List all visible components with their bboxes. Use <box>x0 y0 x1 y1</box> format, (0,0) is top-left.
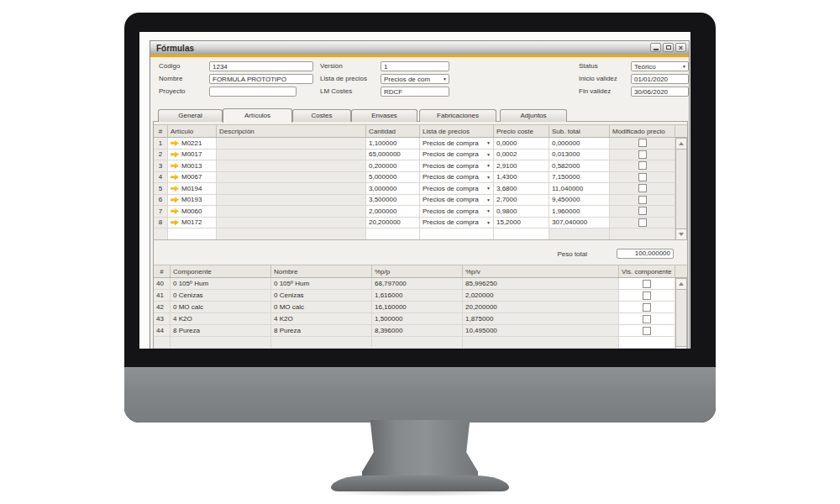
lista-precios-cell[interactable]: Precios de compra▼ <box>420 195 494 206</box>
pp-cell[interactable]: 68,797000 <box>372 278 463 289</box>
lista-precios-cell[interactable]: Precios de compra▼ <box>420 150 494 160</box>
scroll-up-button[interactable] <box>676 279 686 289</box>
precio-coste-cell[interactable]: 0,9800 <box>494 206 549 217</box>
chevron-down-icon[interactable]: ▼ <box>486 186 491 191</box>
chevron-down-icon[interactable]: ▼ <box>486 140 491 145</box>
nombre-cell[interactable]: 4 K2O <box>271 313 372 324</box>
pp-cell[interactable]: 1,500000 <box>372 313 463 324</box>
vis-componente-checkbox[interactable] <box>643 315 651 323</box>
chevron-down-icon[interactable]: ▼ <box>486 220 491 225</box>
pv-cell[interactable]: 10,495000 <box>463 325 619 336</box>
articles-table-scrollbar[interactable] <box>675 138 687 240</box>
pp-cell[interactable]: 1,616000 <box>372 290 463 301</box>
components-table-scrollbar[interactable] <box>675 278 687 349</box>
nombre-cell[interactable]: 8 Pureza <box>271 325 372 336</box>
status-dropdown[interactable]: Teórico ▼ <box>631 61 689 71</box>
chevron-down-icon[interactable]: ▼ <box>486 163 491 168</box>
articulo-cell[interactable]: M0172 <box>168 218 217 228</box>
modificado-precio-checkbox[interactable] <box>638 218 647 227</box>
articulo-cell[interactable]: M0060 <box>168 206 217 217</box>
cantidad-cell[interactable] <box>366 228 420 239</box>
articulo-cell[interactable]: M0221 <box>168 138 217 149</box>
link-arrow-icon[interactable] <box>171 186 179 192</box>
chevron-down-icon[interactable]: ▼ <box>486 197 491 202</box>
lista-precios-cell[interactable]: Precios de compra▼ <box>420 172 494 183</box>
chevron-down-icon[interactable]: ▼ <box>486 152 491 157</box>
minimize-button[interactable] <box>650 43 661 52</box>
scrollbar-thumb[interactable] <box>676 289 686 347</box>
codigo-input[interactable] <box>209 61 313 71</box>
componente-cell[interactable]: 8 Pureza <box>171 325 271 336</box>
scrollbar-thumb[interactable] <box>676 149 686 229</box>
componente-cell[interactable]: 0 105º Hum <box>171 278 271 289</box>
cantidad-cell[interactable]: 3,500000 <box>366 195 420 206</box>
precio-coste-cell[interactable]: 3,6800 <box>494 183 549 194</box>
descripcion-cell[interactable] <box>217 183 366 194</box>
link-arrow-icon[interactable] <box>171 140 179 146</box>
scroll-down-button[interactable] <box>676 347 686 349</box>
link-arrow-icon[interactable] <box>171 163 179 169</box>
pp-cell[interactable] <box>372 337 463 348</box>
descripcion-cell[interactable] <box>217 160 366 171</box>
lm-costes-input[interactable] <box>381 87 449 97</box>
lista-precios-cell[interactable]: Precios de compra▼ <box>420 183 494 194</box>
vis-componente-checkbox[interactable] <box>643 327 651 335</box>
precio-coste-cell[interactable]: 2,7000 <box>494 195 549 206</box>
cantidad-cell[interactable]: 0,200000 <box>366 160 420 171</box>
inicio-validez-input[interactable] <box>631 74 689 84</box>
scroll-down-button[interactable] <box>676 229 686 239</box>
componente-cell[interactable]: 0 MO calc <box>171 302 271 312</box>
descripcion-cell[interactable] <box>217 195 366 206</box>
close-button[interactable]: × <box>675 43 686 52</box>
componente-cell[interactable]: 0 Cenizas <box>171 290 271 301</box>
pv-cell[interactable]: 2,020000 <box>463 290 619 301</box>
precio-coste-cell[interactable]: 0,0002 <box>494 150 549 160</box>
componente-cell[interactable]: 4 K2O <box>171 313 271 324</box>
tab-articulos[interactable]: Artículos <box>223 108 292 123</box>
cantidad-cell[interactable]: 3,000000 <box>366 183 420 194</box>
descripcion-cell[interactable] <box>217 228 366 239</box>
articulo-cell[interactable]: M0013 <box>168 160 217 171</box>
modificado-precio-checkbox[interactable] <box>638 161 647 170</box>
nombre-cell[interactable] <box>271 337 372 348</box>
vis-componente-checkbox[interactable] <box>643 291 651 300</box>
lista-precios-cell[interactable]: Precios de compra▼ <box>420 206 494 217</box>
link-arrow-icon[interactable] <box>171 197 179 202</box>
chevron-down-icon[interactable]: ▼ <box>486 175 491 180</box>
pv-cell[interactable]: 20,200000 <box>463 302 619 312</box>
tab-general[interactable]: General <box>158 109 223 122</box>
modificado-precio-checkbox[interactable] <box>638 139 647 147</box>
vis-componente-checkbox[interactable] <box>643 303 651 312</box>
lista-precios-cell[interactable]: Precios de compra▼ <box>420 160 494 171</box>
link-arrow-icon[interactable] <box>171 151 179 157</box>
descripcion-cell[interactable] <box>217 172 366 183</box>
modificado-precio-checkbox[interactable] <box>638 150 647 159</box>
link-arrow-icon[interactable] <box>171 219 179 225</box>
descripcion-cell[interactable] <box>217 138 366 149</box>
tab-costes[interactable]: Costes <box>292 109 351 122</box>
proyecto-input[interactable] <box>209 87 297 97</box>
modificado-precio-checkbox[interactable] <box>638 184 647 192</box>
nombre-cell[interactable]: 0 Cenizas <box>271 290 372 301</box>
cantidad-cell[interactable]: 1,100000 <box>366 138 420 149</box>
nombre-cell[interactable]: 0 MO calc <box>271 302 372 312</box>
descripcion-cell[interactable] <box>217 150 366 160</box>
lista-precios-dropdown[interactable]: Precios de com ▼ <box>381 74 449 84</box>
window-titlebar[interactable]: Fórmulas × <box>150 41 689 55</box>
pp-cell[interactable]: 8,396000 <box>372 325 463 336</box>
nombre-input[interactable] <box>209 74 313 84</box>
modificado-precio-checkbox[interactable] <box>638 173 647 181</box>
cantidad-cell[interactable]: 20,200000 <box>366 218 420 228</box>
modificado-precio-checkbox[interactable] <box>638 207 647 215</box>
descripcion-cell[interactable] <box>217 206 366 217</box>
articulo-cell[interactable]: M0194 <box>168 183 217 194</box>
link-arrow-icon[interactable] <box>171 174 179 180</box>
maximize-button[interactable] <box>663 43 674 52</box>
precio-coste-cell[interactable]: 1,4300 <box>494 172 549 183</box>
pv-cell[interactable] <box>463 337 619 348</box>
lista-precios-cell[interactable] <box>420 228 494 239</box>
articulo-cell[interactable] <box>168 228 217 239</box>
vis-componente-checkbox[interactable] <box>643 280 651 288</box>
modificado-precio-checkbox[interactable] <box>638 196 647 204</box>
pv-cell[interactable]: 1,875000 <box>463 313 619 324</box>
